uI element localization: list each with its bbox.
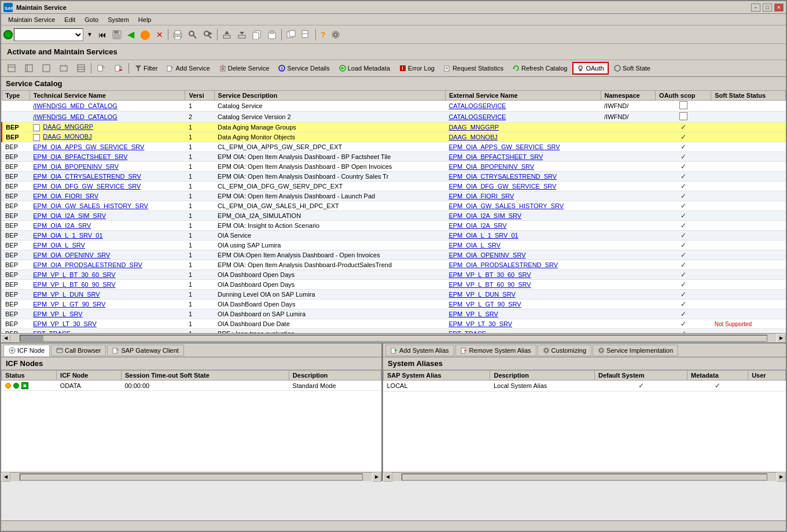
- dropdown-arrow-button[interactable]: ▼: [84, 28, 95, 42]
- copy-button[interactable]: [250, 28, 264, 42]
- filter-button[interactable]: Filter: [131, 62, 161, 75]
- delete-service-button[interactable]: Delete Service: [215, 62, 274, 75]
- service-details-button[interactable]: i Service Details: [274, 62, 333, 75]
- svg-text:+: +: [394, 348, 397, 353]
- refresh-catalog-button[interactable]: Refresh Catalog: [509, 62, 572, 75]
- catalog-row[interactable]: BEP EPM_VP_L_BT_30_60_SRV 1 OIA Dashboar…: [2, 270, 786, 280]
- scroll-right-button[interactable]: ▶: [777, 334, 786, 343]
- save-button[interactable]: [110, 28, 124, 42]
- stop-button[interactable]: ✕: [154, 28, 166, 42]
- find-next-button[interactable]: ▶: [201, 28, 215, 42]
- paste-button[interactable]: [265, 28, 279, 42]
- cell-external-name: EPM_OIA_L_SRV: [445, 241, 601, 250]
- menu-system[interactable]: System: [103, 15, 134, 24]
- catalog-row[interactable]: BEP EPM_VP_LT_30_SRV 1 OIA Dashboard Due…: [2, 319, 786, 329]
- catalog-row[interactable]: BEP EPM_OIA_I2A_SRV 1 EPM OIA: Insight t…: [2, 221, 786, 231]
- back-button[interactable]: ◀: [125, 28, 137, 42]
- settings-button[interactable]: [329, 28, 343, 42]
- nav-start-button[interactable]: ⏮: [96, 28, 109, 42]
- catalog-row[interactable]: BEP EPM_OIA_OPENINV_SRV 1 EPM OIA:Open I…: [2, 250, 786, 260]
- close-button[interactable]: ✕: [774, 3, 784, 12]
- tab-service-implementation[interactable]: Service Implementation: [593, 345, 678, 356]
- tab-remove-system-alias[interactable]: − Remove System Alias: [455, 345, 536, 356]
- sa-row[interactable]: LOCAL Local System Alias ✓ ✓: [384, 380, 786, 391]
- catalog-row[interactable]: /IWFND/SG_MED_CATALOG 1 Catalog Service …: [2, 101, 786, 112]
- sa-scrollbar-h[interactable]: ◀ ▶: [383, 472, 786, 481]
- catalog-row[interactable]: BEP EPM_OIA_PRODSALESTREND_SRV 1 EPM OIA…: [2, 260, 786, 270]
- cell-soft-state: [711, 290, 786, 300]
- forward-button[interactable]: ⬤: [138, 28, 153, 42]
- upload-button[interactable]: [220, 28, 234, 42]
- cell-type: BEP: [2, 172, 30, 182]
- catalog-row[interactable]: BEP DAAG_MONOBJ 1 Data Aging Monitor Obj…: [2, 132, 786, 142]
- minimize-button[interactable]: −: [751, 3, 760, 12]
- table-scrollbar-h[interactable]: ◀ ▶: [1, 333, 786, 342]
- error-log-button[interactable]: ! Error Log: [395, 62, 439, 75]
- transaction-dropdown[interactable]: [14, 28, 83, 41]
- catalog-row[interactable]: BEP EPM_OIA_L_1_SRV_01 1 OIA Service EPM…: [2, 231, 786, 241]
- toolbar-small-btn-2[interactable]: [21, 62, 37, 75]
- menu-maintain-service[interactable]: Maintain Service: [3, 15, 60, 24]
- catalog-row[interactable]: BEP EPM_VP_L_SRV 1 OIA Dashboard on SAP …: [2, 309, 786, 319]
- menu-goto[interactable]: Goto: [80, 15, 103, 24]
- col-technical-name: Technical Service Name: [30, 91, 185, 101]
- sa-track[interactable]: [402, 474, 767, 481]
- sa-scroll-right[interactable]: ▶: [777, 472, 786, 482]
- sa-cell-user: [748, 380, 786, 391]
- icf-row[interactable]: ■ ODATA 00:00:00 Standard Mode: [2, 380, 381, 391]
- toolbar-small-btn-6[interactable]: [93, 62, 109, 75]
- soft-state-button[interactable]: Soft State: [610, 62, 654, 75]
- catalog-table-container[interactable]: Type Technical Service Name Versi Servic…: [1, 90, 786, 333]
- svg-point-10: [204, 31, 209, 36]
- menu-help[interactable]: Help: [134, 15, 156, 24]
- cell-oauth: [656, 101, 711, 112]
- download-button[interactable]: [235, 28, 249, 42]
- catalog-row[interactable]: BEP EPM_OIA_FIORI_SRV 1 EPM OIA: Open It…: [2, 191, 786, 201]
- add-service-button[interactable]: Add Service: [163, 62, 214, 75]
- tab-icf-node[interactable]: ICF Node: [3, 345, 50, 356]
- catalog-row[interactable]: BEP EPM_OIA_I2A_SIM_SRV 1 EPM_OIA_I2A_SI…: [2, 211, 786, 221]
- toolbar-small-btn-7[interactable]: [111, 62, 127, 75]
- catalog-row[interactable]: BEP EPM_OIA_GW_SALES_HISTORY_SRV 1 CL_EP…: [2, 201, 786, 211]
- toolbar-small-btn-1[interactable]: [3, 62, 20, 75]
- icf-scroll-left[interactable]: ◀: [1, 472, 10, 482]
- toolbar-small-btn-5[interactable]: [73, 62, 89, 75]
- catalog-row[interactable]: /IWFND/SG_MED_CATALOG 2 Catalog Service …: [2, 112, 786, 123]
- catalog-row[interactable]: BEP EPM_VP_L_BT_60_90_SRV 1 OIA Dashboar…: [2, 280, 786, 290]
- cell-oauth: ✓: [656, 319, 711, 329]
- catalog-row[interactable]: BEP EPM_OIA_DFG_GW_SERVICE_SRV 1 CL_EPM_…: [2, 182, 786, 191]
- catalog-row[interactable]: BEP EPM_OIA_BPOPENINV_SRV 1 EPM OIA: Ope…: [2, 162, 786, 172]
- print-button[interactable]: [171, 28, 185, 42]
- icf-scroll-right[interactable]: ▶: [372, 472, 381, 482]
- catalog-row[interactable]: BEP EPM_OIA_APPS_GW_SERVICE_SRV 1 CL_EPM…: [2, 142, 786, 152]
- navigate-button[interactable]: [299, 28, 313, 42]
- catalog-row[interactable]: BEP EPM_VP_L_GT_90_SRV 1 OIA DashBoard O…: [2, 300, 786, 309]
- menu-edit[interactable]: Edit: [60, 15, 80, 24]
- tab-call-browser[interactable]: Call Browser: [51, 345, 106, 356]
- catalog-row[interactable]: BEP FDT_TRACE 1 BRF+ lean trace evaluati…: [2, 329, 786, 334]
- find-button[interactable]: [186, 28, 200, 42]
- toolbar-small-btn-3[interactable]: [38, 62, 54, 75]
- request-statistics-button[interactable]: Request Statistics: [440, 62, 507, 75]
- tab-customizing[interactable]: Customizing: [538, 345, 592, 356]
- svg-marker-70: [117, 348, 119, 350]
- catalog-row[interactable]: BEP EPM_OIA_CTRYSALESTREND_SRV 1 EPM OIA…: [2, 172, 786, 182]
- tab-add-system-alias[interactable]: + Add System Alias: [385, 345, 454, 356]
- scroll-track-h[interactable]: [20, 335, 767, 342]
- catalog-row[interactable]: BEP EPM_VP_L_DUN_SRV 1 Dunning Level OIA…: [2, 290, 786, 300]
- scroll-left-button[interactable]: ◀: [1, 334, 10, 343]
- maximize-button[interactable]: □: [763, 3, 772, 12]
- catalog-row[interactable]: BEP EPM_OIA_L_SRV 1 OIA using SAP Lumira…: [2, 241, 786, 250]
- tab-sap-gateway-client[interactable]: SAP Gateway Client: [107, 345, 183, 356]
- sa-scroll-left[interactable]: ◀: [383, 472, 392, 482]
- icf-scrollbar-h[interactable]: ◀ ▶: [1, 472, 381, 481]
- oauth-button[interactable]: OAuth: [572, 62, 608, 75]
- catalog-row[interactable]: BEP DAAG_MNGGRP 1 Data Aging Manage Grou…: [2, 123, 786, 132]
- catalog-row[interactable]: BEP EPM_OIA_BPFACTSHEET_SRV 1 EPM OIA: O…: [2, 152, 786, 162]
- toolbar-small-btn-4[interactable]: [56, 62, 72, 75]
- help-button[interactable]: ?: [318, 28, 328, 42]
- launch-button[interactable]: [284, 28, 298, 42]
- load-metadata-button[interactable]: Load Metadata: [335, 62, 394, 75]
- icf-track[interactable]: [20, 474, 363, 481]
- cell-technical-name: EPM_OIA_L_1_SRV_01: [30, 231, 185, 241]
